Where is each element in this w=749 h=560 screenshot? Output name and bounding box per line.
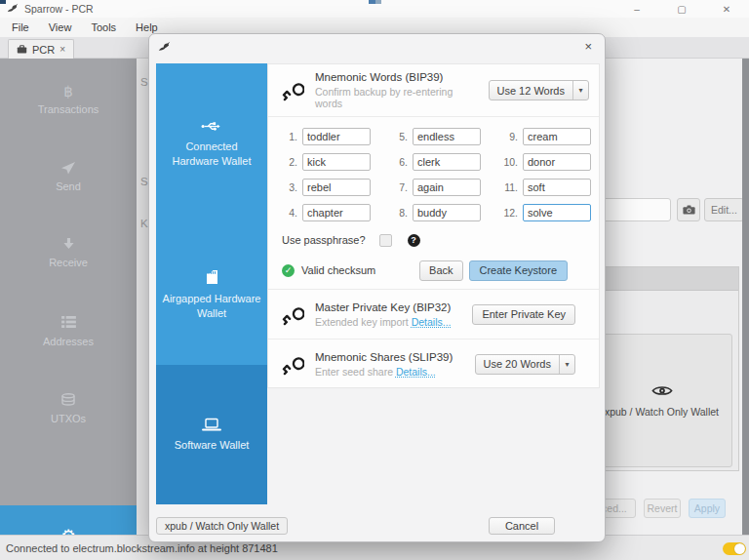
- word-cell-5: 5.: [386, 128, 483, 145]
- background-text-fragment: S: [140, 176, 148, 187]
- word-cell-1: 1.: [276, 128, 373, 145]
- xpub-watch-only-button[interactable]: xpub / Watch Only Wallet: [156, 517, 288, 535]
- enter-private-key-button[interactable]: Enter Private Key: [472, 304, 575, 325]
- word-cell-6: 6.: [386, 153, 483, 171]
- nav-software-wallet[interactable]: Software Wallet: [156, 365, 267, 504]
- close-button[interactable]: ✕: [704, 0, 749, 18]
- revert-button[interactable]: Revert: [644, 499, 681, 518]
- menu-view[interactable]: View: [39, 18, 82, 37]
- background-text-fragment: S: [140, 76, 148, 88]
- minimize-button[interactable]: –: [614, 0, 659, 18]
- word-input-10[interactable]: [523, 153, 591, 171]
- background-window-fragment: [369, 0, 381, 4]
- word-cell-8: 8.: [386, 204, 483, 221]
- section-title: Mnemonic Shares (SLIP39): [315, 351, 464, 363]
- camera-icon: [683, 205, 695, 215]
- sidebar-item-receive[interactable]: Receive: [0, 236, 137, 268]
- desktop-strip: [742, 59, 749, 535]
- key-icon: [282, 79, 304, 101]
- wallet-icon: [17, 45, 27, 54]
- nav-connected-hardware-wallet[interactable]: Connected Hardware Wallet: [156, 63, 267, 225]
- nav-label: Connected Hardware Wallet: [162, 140, 261, 169]
- valid-checksum-icon: ✓: [282, 264, 295, 277]
- use-20-words-dropdown[interactable]: Use 20 Words ▾: [475, 354, 576, 375]
- chevron-down-icon[interactable]: ▾: [572, 81, 588, 100]
- word-cell-11: 11.: [496, 179, 593, 196]
- send-plane-icon: [0, 161, 137, 179]
- laptop-icon: [202, 418, 221, 431]
- edit-button[interactable]: Edit...: [704, 198, 744, 221]
- nav-label: Software Wallet: [175, 438, 250, 453]
- section-title: Master Private Key (BIP32): [315, 301, 461, 313]
- eye-icon: [651, 384, 673, 397]
- app-sidebar: ฿ Transactions Send Receive Addresses UT…: [0, 59, 137, 535]
- word-input-11[interactable]: [523, 179, 591, 196]
- use-12-words-dropdown[interactable]: Use 12 Words ▾: [489, 80, 590, 100]
- nav-label: Airgapped Hardware Wallet: [162, 292, 261, 321]
- word-input-1[interactable]: [302, 128, 371, 145]
- sparrow-dialog-icon: [158, 41, 171, 54]
- section-subtitle: Enter seed share Details...: [315, 366, 464, 378]
- key-icon: [282, 303, 304, 326]
- sidebar-item-addresses[interactable]: Addresses: [0, 314, 137, 347]
- sparrow-logo-icon: [7, 3, 19, 15]
- sidebar-item-send[interactable]: Send: [0, 160, 137, 192]
- word-cell-10: 10.: [496, 153, 593, 171]
- details-link[interactable]: Details...: [396, 366, 436, 378]
- checksum-row: ✓ Valid checksum Back Create Keystore: [282, 260, 568, 281]
- dialog-body: Mnemonic Words (BIP39) Confirm backup by…: [267, 63, 600, 504]
- maximize-button[interactable]: ▢: [659, 0, 704, 18]
- create-keystore-button[interactable]: Create Keystore: [469, 260, 568, 281]
- bitcoin-icon: ฿: [0, 84, 137, 101]
- usb-icon: [201, 120, 222, 133]
- word-cell-7: 7.: [386, 179, 483, 196]
- tab-pcr[interactable]: PCR ×: [8, 39, 74, 59]
- chevron-down-icon[interactable]: ▾: [559, 355, 574, 374]
- mnemonic-shares-section: Mnemonic Shares (SLIP39) Enter seed shar…: [268, 340, 599, 388]
- menu-file[interactable]: File: [2, 18, 39, 37]
- passphrase-checkbox[interactable]: [379, 234, 392, 247]
- word-cell-9: 9.: [496, 128, 593, 145]
- camera-button[interactable]: [677, 198, 700, 221]
- server-toggle[interactable]: [723, 542, 746, 555]
- section-subtitle: Confirm backup by re-entering words: [315, 86, 478, 109]
- section-subtitle: Extended key import Details...: [315, 316, 461, 328]
- word-input-4[interactable]: [302, 204, 371, 221]
- cancel-button[interactable]: Cancel: [489, 517, 555, 535]
- sidebar-item-transactions[interactable]: ฿ Transactions: [0, 84, 137, 115]
- details-link[interactable]: Details...: [412, 316, 452, 328]
- help-icon[interactable]: ?: [408, 234, 420, 247]
- coins-icon: [0, 393, 137, 411]
- tab-close-icon[interactable]: ×: [59, 44, 65, 55]
- back-button[interactable]: Back: [419, 260, 462, 281]
- sd-card-icon: [206, 269, 218, 285]
- dialog-close-icon[interactable]: ×: [584, 39, 592, 54]
- word-cell-12: 12.: [496, 204, 593, 221]
- checksum-label: Valid checksum: [301, 264, 419, 276]
- word-cell-3: 3.: [276, 179, 373, 196]
- word-input-8[interactable]: [413, 204, 481, 221]
- mnemonic-words-section: Mnemonic Words (BIP39) Confirm backup by…: [268, 64, 599, 116]
- word-input-6[interactable]: [413, 153, 481, 171]
- connection-status: Connected to electrum.blockstream.info a…: [6, 542, 278, 554]
- receive-arrow-icon: [0, 237, 137, 255]
- tab-label: PCR: [32, 44, 55, 56]
- apply-button[interactable]: Apply: [689, 499, 726, 518]
- watch-only-wallet-button[interactable]: xpub / Watch Only Wallet: [591, 334, 732, 467]
- word-input-7[interactable]: [413, 179, 481, 196]
- word-input-2[interactable]: [302, 153, 371, 171]
- toggle-knob: [734, 543, 745, 554]
- word-input-9[interactable]: [523, 128, 591, 145]
- word-cell-2: 2.: [276, 153, 373, 171]
- word-input-12[interactable]: [523, 204, 591, 221]
- passphrase-label: Use passphrase?: [282, 234, 366, 246]
- sidebar-item-utxos[interactable]: UTXOs: [0, 392, 137, 424]
- word-input-5[interactable]: [413, 128, 481, 145]
- menu-tools[interactable]: Tools: [81, 18, 126, 37]
- software-wallet-card: Mnemonic Words (BIP39) Confirm backup by…: [267, 63, 600, 388]
- key-icon: [282, 353, 304, 376]
- nav-airgapped-hardware-wallet[interactable]: Airgapped Hardware Wallet: [156, 225, 267, 365]
- background-text-fragment: K: [140, 218, 148, 229]
- word-input-3[interactable]: [302, 179, 371, 196]
- new-keystore-dialog: × Connected Hardware Wallet Airgapped Ha…: [148, 33, 606, 542]
